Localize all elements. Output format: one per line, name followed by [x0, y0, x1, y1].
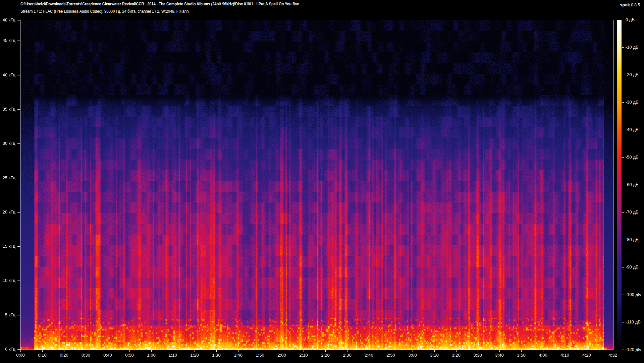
freq-tick-label: 15 кГц [0, 244, 15, 249]
level-tick-label: -50 дБ [626, 155, 639, 160]
time-tick [587, 350, 587, 352]
time-tick [42, 350, 43, 352]
freq-tick [17, 20, 20, 20]
time-tick-label: 3:20 [446, 353, 466, 358]
level-tick-label: -10 дБ [626, 45, 639, 50]
time-tick-label: 0:20 [54, 353, 74, 358]
level-tick [622, 240, 624, 240]
time-tick [195, 350, 195, 352]
level-tick [622, 130, 624, 130]
level-tick-label: 0 дБ [626, 17, 635, 22]
time-tick [216, 350, 217, 352]
time-tick [260, 350, 260, 352]
time-tick-label: 3:00 [403, 353, 422, 358]
freq-tick [17, 178, 20, 178]
freq-tick-label: 20 кГц [0, 209, 15, 215]
level-tick-label: -60 дБ [626, 182, 639, 187]
level-tick-label: -110 дБ [626, 319, 641, 324]
level-tick-label: -120 дБ [626, 347, 641, 352]
time-tick-label: 2:20 [316, 353, 335, 358]
time-tick [543, 350, 543, 352]
time-tick-label: 1:50 [250, 353, 270, 358]
level-tick [622, 102, 624, 103]
time-tick-label: 1:30 [207, 353, 226, 358]
level-tick [622, 47, 624, 48]
time-tick [282, 350, 282, 352]
time-tick-label: 2:50 [381, 353, 400, 358]
freq-tick-label: 40 кГц [0, 72, 15, 77]
time-tick [20, 350, 21, 352]
time-tick-label: 2:30 [337, 353, 357, 358]
freq-tick-label: 30 кГц [0, 141, 15, 146]
level-tick [622, 295, 624, 295]
time-tick [325, 350, 326, 352]
time-tick-label: 0:30 [76, 353, 96, 358]
level-tick-label: -30 дБ [626, 100, 639, 105]
level-tick [622, 267, 624, 267]
level-tick-label: -40 дБ [626, 127, 639, 132]
level-tick [622, 350, 624, 350]
freq-tick [17, 212, 20, 213]
time-tick [413, 350, 413, 352]
time-tick-label: 4:10 [555, 353, 575, 358]
level-tick-label: -80 дБ [626, 237, 639, 242]
freq-tick [17, 281, 20, 281]
freq-tick-label: 48 кГц [0, 17, 15, 22]
time-tick [565, 350, 565, 352]
time-tick-label: 4:32 [603, 353, 623, 358]
freq-tick-label: 25 кГц [0, 175, 15, 180]
time-tick [369, 350, 369, 352]
time-tick [108, 350, 108, 352]
time-tick-label: 3:40 [490, 353, 509, 358]
time-tick [347, 350, 347, 352]
time-tick-label: 1:40 [228, 353, 248, 358]
time-tick [173, 350, 173, 352]
stream-info: Stream 1 / 1: FLAC (Free Lossless Audio … [20, 9, 189, 14]
freq-tick [17, 41, 20, 41]
time-tick-label: 3:50 [512, 353, 531, 358]
time-tick [129, 350, 130, 352]
time-tick-label: 1:20 [185, 353, 204, 358]
time-tick [456, 350, 457, 352]
freq-tick [17, 246, 20, 247]
level-tick [622, 212, 624, 213]
app-version: 0.8.5 [631, 3, 640, 7]
time-tick-label: 1:10 [163, 353, 182, 358]
time-tick [238, 350, 238, 352]
freq-tick [17, 349, 20, 350]
time-tick [64, 350, 64, 352]
time-tick [151, 350, 152, 352]
time-tick-label: 2:40 [359, 353, 379, 358]
freq-tick-label: 45 кГц [0, 38, 15, 43]
level-tick [622, 20, 624, 20]
time-tick [391, 350, 391, 352]
spek-window: { "app": { "name": "spek", "version": "0… [0, 0, 644, 363]
freq-tick [17, 75, 20, 75]
level-tick [622, 185, 624, 185]
spectrogram-canvas [20, 20, 613, 350]
level-tick-label: -100 дБ [626, 292, 641, 297]
time-tick-label: 0:10 [33, 353, 52, 358]
freq-tick [17, 315, 20, 315]
time-tick-label: 2:00 [272, 353, 291, 358]
level-tick-label: -70 дБ [626, 209, 639, 215]
level-colorbar [617, 20, 622, 350]
file-path-title: C:\Users\belzi\Downloads\Torrents\Creede… [20, 2, 299, 6]
time-tick-label: 0:50 [120, 353, 139, 358]
time-tick-label: 1:00 [142, 353, 161, 358]
time-tick-label: 4:00 [533, 353, 553, 358]
level-tick [622, 322, 624, 322]
time-tick-label: 2:10 [294, 353, 313, 358]
app-version-badge: spek 0.8.5 [620, 2, 640, 7]
freq-tick-label: 0 кГц [0, 347, 15, 352]
time-tick [613, 350, 613, 352]
level-tick-label: -20 дБ [626, 72, 639, 77]
level-tick-label: -90 дБ [626, 264, 639, 269]
time-tick-label: 4:20 [577, 353, 596, 358]
freq-tick [17, 143, 20, 144]
time-tick [478, 350, 478, 352]
level-tick [622, 157, 624, 158]
level-tick [622, 75, 624, 75]
time-tick [86, 350, 86, 352]
time-tick [521, 350, 522, 352]
